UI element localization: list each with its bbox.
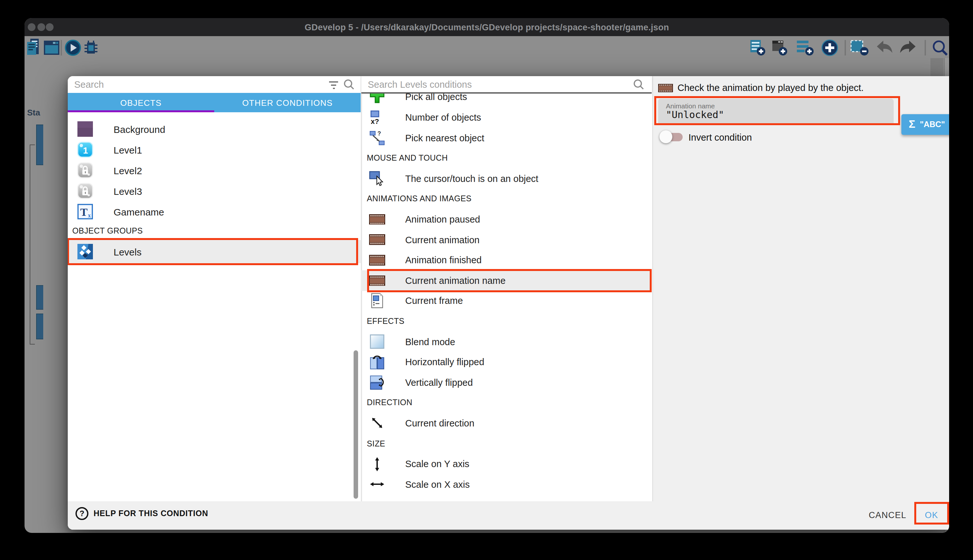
condition-row[interactable]: ? Pick nearest object — [361, 128, 651, 148]
vertically-flipped-icon — [369, 375, 385, 390]
number-of-objects-icon: x? — [369, 110, 385, 125]
traffic-light-zoom-icon[interactable] — [46, 23, 53, 31]
condition-row[interactable]: x? Number of objects — [361, 107, 651, 128]
filmstrip-icon — [369, 232, 385, 247]
conditions-search-input[interactable] — [367, 79, 632, 90]
condition-row[interactable]: Animation paused — [361, 209, 651, 230]
event-tree-tick — [29, 145, 35, 145]
redo-icon[interactable] — [900, 39, 918, 56]
svg-text:1: 1 — [83, 145, 88, 155]
search-events-icon[interactable] — [932, 39, 948, 56]
object-row[interactable]: Level3 — [68, 181, 361, 201]
expression-builder-button[interactable]: Σ "ABC" — [901, 114, 949, 135]
condition-row[interactable]: The cursor/touch is on an object — [361, 168, 651, 189]
add-comment-icon[interactable] — [796, 39, 814, 56]
cursor-on-object-icon — [369, 171, 385, 187]
object-row[interactable]: Level2 — [68, 160, 361, 181]
condition-row[interactable]: Current frame — [361, 291, 651, 311]
tab-objects[interactable]: OBJECTS — [68, 93, 214, 112]
filmstrip-icon — [369, 212, 385, 227]
level1-object-icon: 1 — [77, 141, 93, 158]
object-row[interactable]: 1 Level1 — [68, 139, 361, 160]
ok-button[interactable]: OK — [914, 503, 949, 527]
search-icon — [632, 78, 645, 91]
object-group-icon — [77, 243, 93, 260]
condition-row[interactable]: Current animation name — [361, 270, 651, 291]
text-object-icon: Tx — [77, 203, 93, 220]
help-button[interactable]: ? HELP FOR THIS CONDITION — [75, 507, 949, 520]
add-event-icon[interactable] — [749, 39, 766, 56]
event-condition-block — [36, 313, 43, 339]
search-underline — [361, 92, 651, 93]
invert-condition-toggle[interactable] — [658, 128, 688, 145]
svg-text:x?: x? — [371, 117, 379, 125]
objects-list: Background 1 Level1 Level2 — [68, 119, 361, 222]
delete-selection-icon[interactable] — [850, 39, 869, 56]
traffic-light-close-icon[interactable] — [28, 23, 35, 31]
sigma-icon: Σ — [909, 118, 915, 131]
condition-row[interactable]: Scale on Y axis — [361, 454, 651, 474]
condition-description-row: Check the animation by played by the obj… — [658, 83, 864, 93]
condition-row[interactable]: Vertically flipped — [361, 372, 651, 393]
scale-x-icon — [369, 477, 385, 492]
conditions-scrollbar-thumb[interactable] — [353, 350, 358, 499]
search-icon — [343, 78, 355, 91]
add-subevent-icon[interactable] — [771, 39, 788, 56]
svg-text:?: ? — [377, 130, 381, 137]
locked-level-icon — [77, 183, 93, 199]
filter-icon[interactable] — [327, 78, 340, 91]
objects-tabs: OBJECTS OTHER CONDITIONS — [68, 93, 361, 112]
condition-row[interactable]: Animation finished — [361, 250, 651, 270]
objects-panel: OBJECTS OTHER CONDITIONS Background 1 Le… — [68, 76, 361, 501]
choose-condition-dialog: OBJECTS OTHER CONDITIONS Background 1 Le… — [68, 76, 949, 529]
condition-section-header: EFFECTS — [361, 311, 651, 331]
pick-nearest-object-icon: ? — [369, 130, 385, 145]
animation-name-field[interactable]: Animation name "Unlocked" — [658, 99, 894, 123]
svg-text:x: x — [88, 212, 91, 219]
filmstrip-icon — [658, 83, 673, 92]
help-icon: ? — [75, 507, 88, 520]
condition-row[interactable]: Horizontally flipped — [361, 352, 651, 372]
cancel-button[interactable]: CANCEL — [863, 503, 912, 527]
condition-row[interactable]: Blend mode — [361, 332, 651, 352]
event-tree-line — [29, 145, 30, 345]
traffic-light-minimize-icon[interactable] — [37, 23, 45, 31]
object-row[interactable]: Background — [68, 119, 361, 139]
dialog-footer: ? HELP FOR THIS CONDITION — [68, 501, 949, 529]
filmstrip-icon — [369, 273, 385, 288]
condition-section-header: SIZE — [361, 433, 651, 454]
add-choose-event-icon[interactable] — [821, 39, 838, 56]
toolbar-separator — [61, 40, 62, 55]
condition-settings-panel: Check the animation by played by the obj… — [652, 76, 949, 501]
condition-row[interactable]: Scale on X axis — [361, 474, 651, 495]
condition-row[interactable]: Current animation — [361, 230, 651, 250]
scene-editor-icon[interactable] — [43, 39, 60, 56]
blend-mode-icon — [369, 334, 385, 349]
event-condition-block — [36, 125, 43, 165]
play-preview-icon[interactable] — [65, 39, 81, 56]
undo-icon[interactable] — [875, 39, 895, 56]
current-frame-icon — [369, 293, 385, 309]
project-manager-icon[interactable] — [27, 38, 39, 56]
invert-condition-label: Invert condition — [688, 132, 752, 142]
scale-y-icon — [369, 456, 385, 472]
event-tree-tick — [29, 344, 35, 345]
background-object-icon — [77, 121, 93, 137]
object-group-row-levels[interactable]: Levels — [68, 240, 361, 263]
events-editor-left-sliver: Sta — [25, 59, 43, 524]
objects-search-row — [68, 76, 361, 93]
object-row[interactable]: Tx Gamename — [68, 201, 361, 222]
window-title: GDevelop 5 - /Users/dkarakay/Documents/G… — [305, 22, 669, 32]
condition-row[interactable]: Current direction — [361, 413, 651, 433]
current-direction-icon — [369, 415, 385, 431]
scene-tab-label: Sta — [27, 108, 40, 117]
objects-search-input[interactable] — [73, 79, 327, 90]
toolbar — [25, 36, 949, 59]
app-window: GDevelop 5 - /Users/dkarakay/Documents/G… — [25, 18, 949, 533]
horizontally-flipped-icon — [369, 354, 385, 370]
locked-level-icon — [77, 162, 93, 179]
tab-other-conditions[interactable]: OTHER CONDITIONS — [214, 93, 361, 112]
debug-icon[interactable] — [83, 39, 99, 56]
animation-name-value[interactable]: "Unlocked" — [666, 109, 724, 121]
object-group-label: Levels — [113, 246, 142, 257]
